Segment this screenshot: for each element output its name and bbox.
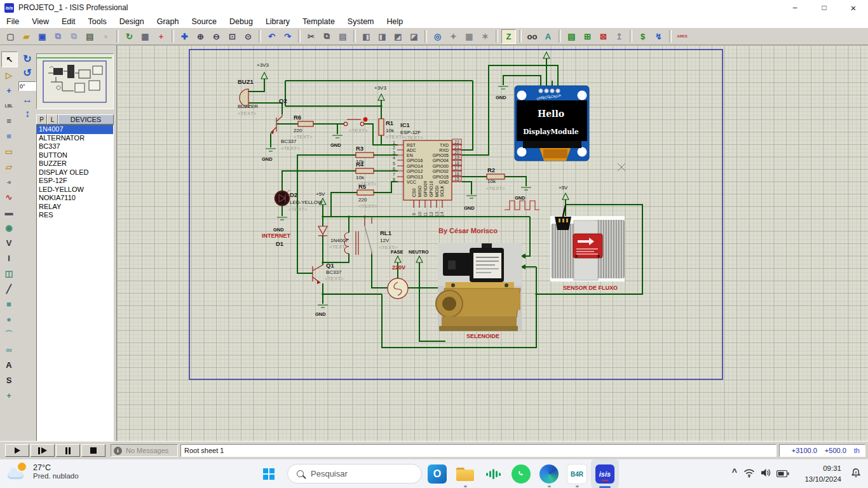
block-move-button[interactable]: ◨: [375, 29, 390, 44]
solenoid-valve-photo[interactable]: [436, 243, 522, 332]
generator-mode-button[interactable]: ◉: [1, 220, 17, 235]
search-box[interactable]: Pesquisar: [287, 464, 422, 484]
explorer-taskbar-button[interactable]: [451, 459, 479, 488]
isis-taskbar-button[interactable]: isis: [591, 459, 619, 488]
whatsapp-taskbar-button[interactable]: [507, 459, 535, 488]
cut-button[interactable]: ✂: [304, 29, 318, 44]
menu-design[interactable]: Design: [113, 17, 151, 26]
paste-button[interactable]: ▤: [336, 29, 350, 44]
mirror-horizontal-button[interactable]: ↔: [22, 93, 32, 107]
marker-mode-button[interactable]: +: [1, 388, 17, 403]
redraw-button[interactable]: ↻: [122, 29, 137, 44]
b4r-taskbar-button[interactable]: B4R: [563, 459, 591, 488]
resistor-R1[interactable]: [379, 119, 384, 135]
circle-mode-button[interactable]: ●: [1, 312, 17, 327]
flow-sensor-photo[interactable]: [550, 205, 625, 281]
diode-D1-1N4007[interactable]: [318, 226, 327, 236]
device-item-button[interactable]: BUTTON: [37, 151, 113, 160]
undo-button[interactable]: ↶: [264, 29, 279, 44]
new-file-button[interactable]: ▢: [3, 29, 18, 44]
print-button[interactable]: ▤: [83, 29, 97, 44]
decompose-button[interactable]: ✶: [478, 29, 492, 44]
alternator-220v[interactable]: [388, 278, 408, 299]
junction-dot-mode-button[interactable]: +: [1, 83, 17, 98]
device-item-relay[interactable]: RELAY: [37, 203, 113, 212]
netlist-to-ares-button[interactable]: ARES: [675, 29, 689, 44]
rotate-clockwise-button[interactable]: ↻: [23, 51, 31, 65]
menu-file[interactable]: File: [0, 17, 25, 26]
weather-widget[interactable]: 27°C Pred. nublado: [8, 463, 79, 480]
device-item-res[interactable]: RES: [37, 211, 113, 220]
pan-button[interactable]: ✚: [177, 29, 192, 44]
menu-graph[interactable]: Graph: [151, 17, 186, 26]
wire-autorouter-button[interactable]: Z: [501, 29, 516, 44]
zoom-all-button[interactable]: ⊙: [241, 29, 255, 44]
box-mode-button[interactable]: ■: [1, 297, 17, 311]
play-button[interactable]: [5, 444, 29, 457]
search-tag-button[interactable]: oo: [525, 29, 539, 44]
property-assignment-button[interactable]: A: [541, 29, 555, 44]
make-device-button[interactable]: ✦: [446, 29, 461, 44]
outlook-taskbar-button[interactable]: O: [423, 459, 451, 488]
menu-view[interactable]: View: [25, 17, 55, 26]
menu-help[interactable]: Help: [381, 17, 410, 26]
design-explorer-button[interactable]: ▤: [564, 29, 579, 44]
pick-device-button[interactable]: ◎: [430, 29, 445, 44]
arc-mode-button[interactable]: ⌒: [1, 327, 17, 342]
voltage-probe-mode-button[interactable]: V: [1, 236, 17, 250]
edge-taskbar-button[interactable]: [535, 459, 563, 488]
menu-library[interactable]: Library: [259, 17, 296, 26]
wire-label-mode-button[interactable]: LBL: [1, 98, 17, 113]
export-section-button[interactable]: ⧉: [67, 29, 81, 44]
mark-output-area-button[interactable]: ▫: [98, 29, 113, 44]
resistor-R3[interactable]: [356, 152, 374, 158]
redo-button[interactable]: ↷: [280, 29, 295, 44]
wifi-icon[interactable]: [743, 468, 755, 478]
symbol-mode-button[interactable]: S: [1, 373, 17, 388]
devices-list[interactable]: 1N4007ALTERNATORBC337BUTTONBUZZERDISPLAY…: [36, 125, 114, 484]
overview-pane[interactable]: [36, 53, 114, 109]
import-section-button[interactable]: ⧉: [51, 29, 65, 44]
notification-bell-icon[interactable]: z: [850, 468, 862, 479]
bus-mode-button[interactable]: ≡: [1, 129, 17, 144]
menu-source[interactable]: Source: [185, 17, 223, 26]
menu-tools[interactable]: Tools: [82, 17, 113, 26]
menu-debug[interactable]: Debug: [223, 17, 259, 26]
pick-devices-button[interactable]: P: [36, 114, 47, 125]
library-manager-button[interactable]: L: [47, 114, 58, 125]
mirror-vertical-button[interactable]: ↕: [25, 107, 30, 121]
device-pin-mode-button[interactable]: -o: [1, 175, 17, 189]
menu-system[interactable]: System: [341, 17, 381, 26]
subcircuit-mode-button[interactable]: ▭: [1, 144, 17, 159]
menu-edit[interactable]: Edit: [55, 17, 82, 26]
remove-sheet-button[interactable]: ⊠: [596, 29, 611, 44]
device-item-led-yellow[interactable]: LED-YELLOW: [37, 186, 113, 194]
voice-taskbar-button[interactable]: [479, 459, 507, 488]
start-button[interactable]: [254, 459, 283, 488]
selection-mode-button[interactable]: ↖: [1, 51, 18, 67]
graph-mode-button[interactable]: ∿: [1, 190, 17, 205]
device-item-alternator[interactable]: ALTERNATOR: [37, 134, 113, 143]
bill-of-materials-button[interactable]: $: [635, 29, 650, 44]
zoom-area-button[interactable]: ⊡: [225, 29, 240, 44]
current-probe-mode-button[interactable]: I: [1, 251, 17, 266]
tray-chevron-icon[interactable]: ^: [732, 467, 737, 477]
tape-recorder-mode-button[interactable]: ▬: [1, 205, 17, 220]
device-item-nokia7110[interactable]: NOKIA7110: [37, 194, 113, 203]
block-rotate-button[interactable]: ◩: [391, 29, 405, 44]
packaging-tool-button[interactable]: ▦: [462, 29, 477, 44]
save-button[interactable]: ▣: [35, 29, 50, 44]
menu-template[interactable]: Template: [296, 17, 341, 26]
device-item-display-oled[interactable]: DISPLAY OLED: [37, 168, 113, 177]
electrical-rule-check-button[interactable]: ↯: [651, 29, 666, 44]
block-copy-button[interactable]: ◧: [359, 29, 374, 44]
push-button[interactable]: [344, 118, 367, 126]
resistor-R4[interactable]: [356, 168, 374, 173]
block-delete-button[interactable]: ◪: [407, 29, 421, 44]
line-mode-button[interactable]: ╱: [1, 281, 17, 296]
origin-button[interactable]: +: [154, 29, 168, 44]
stop-button[interactable]: [81, 444, 105, 457]
path-mode-button[interactable]: ∞: [1, 342, 17, 357]
rotate-anticlockwise-button[interactable]: ↺: [23, 65, 31, 79]
open-folder-button[interactable]: ▰: [19, 29, 34, 44]
